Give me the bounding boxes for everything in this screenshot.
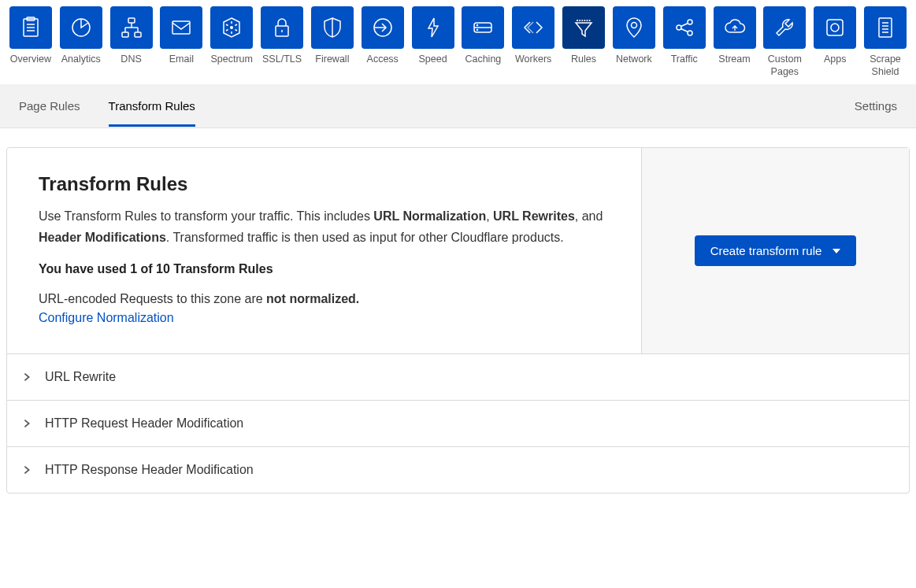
cloud-icon	[714, 6, 756, 49]
nav-item-firewall[interactable]: Firewall	[310, 6, 355, 78]
nav-label: Caching	[465, 54, 501, 66]
page-description: Use Transform Rules to transform your tr…	[39, 206, 610, 248]
tab-transform-rules[interactable]: Transform Rules	[109, 85, 195, 127]
create-transform-rule-button[interactable]: Create transform rule	[695, 235, 857, 266]
chevron-right-icon	[20, 370, 34, 384]
nav-label: Spectrum	[210, 54, 253, 66]
nav-label: Speed	[418, 54, 447, 66]
nav-item-analytics[interactable]: Analytics	[58, 6, 104, 78]
nav-item-apps[interactable]: Apps	[812, 6, 858, 78]
nav-item-overview[interactable]: Overview	[8, 6, 54, 78]
funnel-icon	[562, 6, 605, 49]
nav-label: Apps	[824, 54, 847, 66]
accordion-label: HTTP Response Header Modification	[45, 463, 254, 477]
chevron-right-icon	[20, 463, 34, 477]
shield-icon	[311, 6, 354, 49]
nav-label: Workers	[515, 54, 551, 66]
accordion-label: HTTP Request Header Modification	[45, 416, 243, 431]
pie-icon	[60, 6, 102, 49]
nav-label: Rules	[571, 54, 596, 66]
nav-label: Traffic	[671, 54, 698, 66]
mail-icon	[160, 6, 202, 49]
nav-item-speed[interactable]: Speed	[410, 6, 456, 78]
nav-label: Analytics	[61, 54, 101, 66]
sub-nav: Page Rules Transform Rules Settings	[0, 84, 916, 128]
nav-label: Access	[367, 54, 399, 66]
wrench-icon	[763, 6, 806, 49]
nav-label: Firewall	[315, 54, 349, 66]
enter-icon	[362, 6, 404, 49]
bolt-icon	[412, 6, 454, 49]
nav-label: Network	[616, 54, 652, 66]
nav-item-email[interactable]: Email	[158, 6, 204, 78]
nav-item-caching[interactable]: Caching	[460, 6, 506, 78]
nav-item-network[interactable]: Network	[611, 6, 657, 78]
nav-label: Email	[169, 54, 194, 66]
nav-label: Overview	[10, 54, 51, 66]
nav-label: DNS	[121, 54, 141, 66]
accordion-label: URL Rewrite	[45, 370, 116, 384]
code-icon	[512, 6, 554, 49]
nav-label: Custom Pages	[762, 54, 807, 78]
nav-item-rules[interactable]: Rules	[561, 6, 606, 78]
chevron-right-icon	[20, 416, 34, 431]
accordion-row-2[interactable]: HTTP Response Header Modification	[7, 446, 909, 493]
normalization-status: URL-encoded Requests to this zone are no…	[39, 292, 610, 306]
clipboard-icon	[9, 6, 52, 49]
nav-label: SSL/TLS	[262, 54, 302, 66]
app-icon	[814, 6, 856, 49]
nav-item-stream[interactable]: Stream	[712, 6, 758, 78]
top-icon-nav: OverviewAnalyticsDNSEmailSpectrumSSL/TLS…	[0, 0, 916, 84]
spectrum-icon	[210, 6, 253, 49]
nav-item-scrape-shield[interactable]: Scrape Shield	[862, 6, 908, 78]
tab-page-rules[interactable]: Page Rules	[19, 85, 80, 127]
drive-icon	[462, 6, 504, 49]
share-icon	[663, 6, 706, 49]
usage-count: You have used 1 of 10 Transform Rules	[39, 262, 610, 276]
lock-icon	[261, 6, 303, 49]
doc-icon	[864, 6, 907, 49]
caret-down-icon	[833, 249, 840, 253]
nav-label: Scrape Shield	[862, 54, 908, 78]
configure-normalization-link[interactable]: Configure Normalization	[39, 311, 174, 325]
create-button-label: Create transform rule	[710, 244, 822, 257]
nav-item-workers[interactable]: Workers	[510, 6, 556, 78]
transform-rules-card: Transform Rules Use Transform Rules to t…	[6, 147, 910, 494]
nav-label: Stream	[718, 54, 750, 66]
nav-item-dns[interactable]: DNS	[109, 6, 154, 78]
pin-icon	[613, 6, 655, 49]
sitemap-icon	[110, 6, 153, 49]
nav-item-spectrum[interactable]: Spectrum	[209, 6, 254, 78]
accordion-row-1[interactable]: HTTP Request Header Modification	[7, 400, 909, 446]
nav-item-custom-pages[interactable]: Custom Pages	[762, 6, 807, 78]
accordion-row-0[interactable]: URL Rewrite	[7, 353, 909, 400]
nav-item-traffic[interactable]: Traffic	[662, 6, 707, 78]
nav-item-access[interactable]: Access	[360, 6, 406, 78]
page-title: Transform Rules	[39, 173, 610, 195]
settings-link[interactable]: Settings	[855, 99, 897, 113]
nav-item-ssl-tls[interactable]: SSL/TLS	[259, 6, 305, 78]
